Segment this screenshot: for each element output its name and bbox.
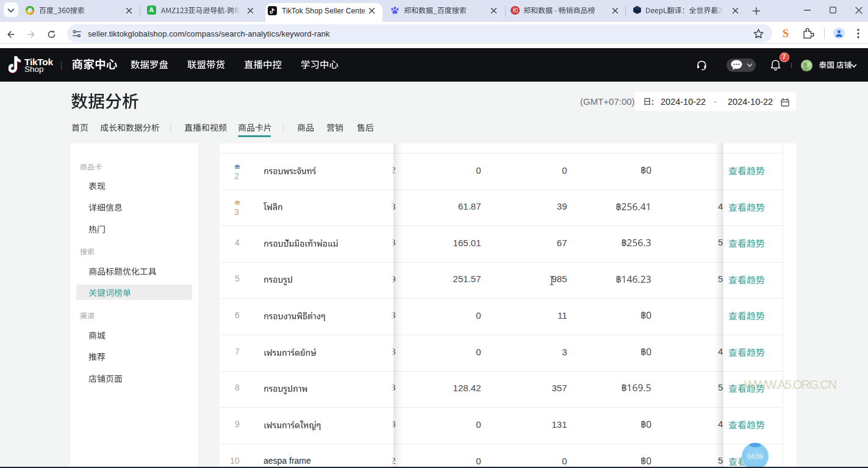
svg-text:04:09: 04:09: [747, 452, 763, 459]
